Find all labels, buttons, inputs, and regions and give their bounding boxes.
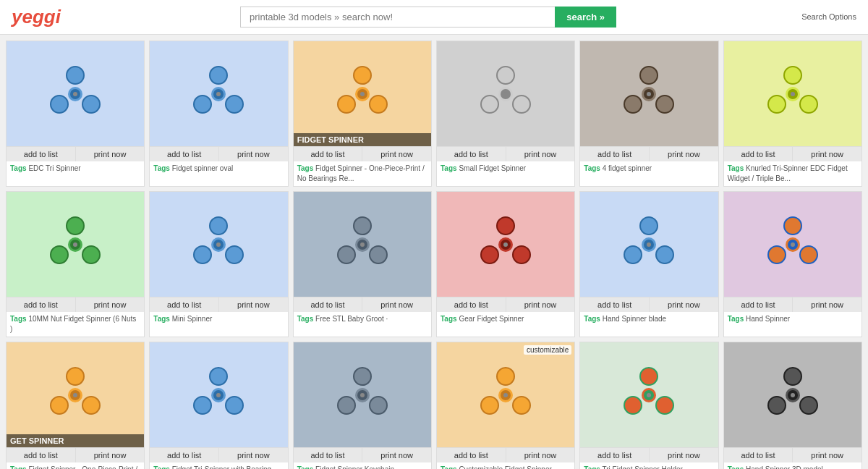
print-now-button[interactable]: print now [793,448,861,462]
print-now-button[interactable]: print now [793,147,861,161]
card-tags: Tags 4 fidget spinner [580,161,718,183]
svg-point-11 [216,92,221,96]
card-image[interactable] [580,41,718,146]
print-now-button[interactable]: print now [362,448,431,462]
card-image[interactable] [580,192,718,297]
print-now-button[interactable]: print now [793,297,861,312]
add-to-list-button[interactable]: add to list [437,297,506,312]
add-to-list-button[interactable]: add to list [7,147,76,161]
card-image[interactable]: FIDGET SPINNER [294,41,431,146]
add-to-list-button[interactable]: add to list [7,448,76,462]
search-button[interactable]: search » [555,7,616,28]
print-now-button[interactable]: print now [219,147,288,161]
card-image-inner [150,192,287,297]
print-now-button[interactable]: print now [650,448,718,462]
add-to-list-button[interactable]: add to list [294,147,363,161]
search-options[interactable]: Search Options [801,12,856,22]
card-actions: add to list print now [294,447,431,462]
add-to-list-button[interactable]: add to list [150,297,219,312]
card-tags: Tags Tri Fidget Spinner Holder [580,462,718,469]
print-now-button[interactable]: print now [76,448,145,462]
add-to-list-button[interactable]: add to list [580,297,650,312]
svg-point-2 [51,96,68,113]
print-now-button[interactable]: print now [362,297,431,312]
card-image[interactable] [150,342,287,447]
svg-point-93 [513,397,530,414]
print-now-button[interactable]: print now [76,297,145,312]
tag-values: Fidget spinner oval [172,164,234,172]
svg-point-85 [354,368,371,385]
card-item: add to list print now Tags Free STL Baby… [293,191,432,337]
search-input[interactable] [240,7,555,28]
add-to-list-button[interactable]: add to list [580,147,650,161]
tag-label: Tags [297,465,314,469]
card-image[interactable]: customizable [437,342,574,447]
add-to-list-button[interactable]: add to list [150,448,219,462]
svg-point-104 [768,397,786,414]
print-now-button[interactable]: print now [650,147,718,161]
logo-e: e [22,6,32,28]
tag-label: Tags [584,465,600,469]
svg-point-43 [210,217,227,234]
svg-point-79 [210,368,227,385]
print-now-button[interactable]: print now [506,297,575,312]
card-image[interactable] [7,192,144,297]
add-to-list-button[interactable]: add to list [7,297,76,312]
print-now-button[interactable]: print now [76,147,145,161]
card-image-inner [580,342,718,447]
card-image[interactable] [294,192,431,297]
svg-point-7 [210,67,227,84]
tag-values: Hand Spinner blade [603,315,666,323]
print-now-button[interactable]: print now [362,147,431,161]
print-now-button[interactable]: print now [506,448,575,462]
svg-point-29 [647,92,651,96]
svg-point-99 [656,397,673,414]
add-to-list-button[interactable]: add to list [437,147,506,161]
card-image[interactable] [724,192,861,297]
add-to-list-button[interactable]: add to list [437,448,506,462]
print-now-button[interactable]: print now [219,297,288,312]
print-now-button[interactable]: print now [506,147,575,161]
card-image[interactable]: GET SPINNER [7,342,144,447]
svg-point-19 [497,67,514,84]
svg-point-81 [226,397,243,414]
card-image[interactable] [724,41,861,146]
print-now-button[interactable]: print now [650,297,718,312]
card-item: add to list print now Tags Tri Fidget Sp… [579,342,718,469]
card-image[interactable] [724,342,861,447]
card-image[interactable] [437,192,574,297]
tag-values: Fidget Spinner - One-Piece-Print / No Be… [297,164,425,182]
add-to-list-button[interactable]: add to list [294,297,363,312]
card-tags: Tags Small Fidget Spinner [437,161,574,183]
svg-point-67 [784,217,801,234]
card-item: add to list print now Tags 4 fidget spin… [579,41,718,187]
add-to-list-button[interactable]: add to list [724,448,793,462]
card-image[interactable] [580,342,718,447]
add-to-list-button[interactable]: add to list [294,448,363,462]
print-now-button[interactable]: print now [219,448,288,462]
svg-point-62 [624,246,642,263]
card-image-inner [294,342,431,447]
card-image[interactable] [294,342,431,447]
card-image-inner [724,342,861,447]
add-to-list-button[interactable]: add to list [724,297,793,312]
tag-values: Tri Fidget Spinner Holder [603,465,683,469]
tag-values: Fidget Spinner - One-Piece-Print / No Be… [10,465,137,469]
tag-values: Small Fidget Spinner [459,164,526,172]
add-to-list-button[interactable]: add to list [580,448,650,462]
svg-point-45 [226,246,243,263]
card-image[interactable] [150,192,287,297]
tag-values: Hand Spinner [746,315,790,323]
svg-point-50 [338,246,355,263]
card-image-inner [724,41,861,146]
card-image[interactable] [7,41,144,146]
svg-point-32 [768,96,786,113]
card-image[interactable] [150,41,287,146]
card-image-inner [150,342,287,447]
svg-point-56 [481,246,498,263]
svg-point-51 [370,246,387,263]
add-to-list-button[interactable]: add to list [724,147,793,161]
card-image[interactable] [437,41,574,146]
tag-label: Tags [441,465,457,469]
add-to-list-button[interactable]: add to list [150,147,219,161]
